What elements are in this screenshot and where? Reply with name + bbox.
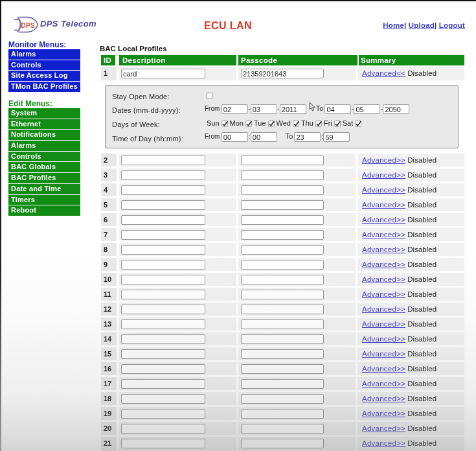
svg-text:DPS: DPS bbox=[21, 22, 35, 29]
